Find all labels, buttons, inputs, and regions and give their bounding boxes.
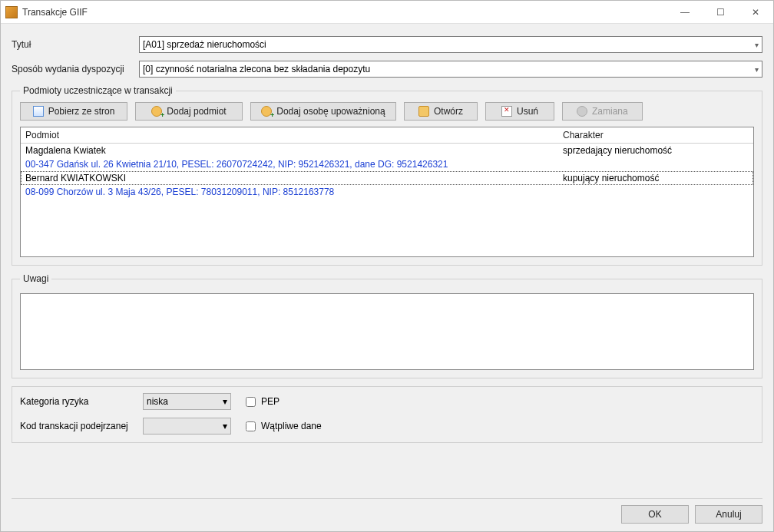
risk-category-value: niska <box>147 396 168 407</box>
titlebar: Transakcje GIIF — ☐ ✕ <box>1 1 773 24</box>
entity-name: Magdalena Kwiatek <box>21 144 558 157</box>
add-entity-button[interactable]: Dodaj podmiot <box>135 102 243 121</box>
doubtful-data-checkbox[interactable]: Wątpliwe dane <box>243 419 381 434</box>
remarks-textarea[interactable] <box>20 293 754 370</box>
chevron-down-icon: ▾ <box>755 65 759 74</box>
parties-table[interactable]: Podmiot Charakter Magdalena Kwiateksprze… <box>20 127 754 257</box>
entity-detail: 00-347 Gdańsk ul. 26 Kwietnia 21/10, PES… <box>21 157 558 171</box>
pep-checkbox[interactable]: PEP <box>243 395 381 409</box>
chevron-down-icon: ▾ <box>755 41 759 49</box>
minimize-button[interactable]: — <box>667 1 703 24</box>
table-header: Podmiot Charakter <box>21 127 753 144</box>
person-add-icon <box>261 106 272 117</box>
window: Transakcje GIIF — ☐ ✕ Tytuł [A01] sprzed… <box>0 0 774 532</box>
maximize-button[interactable]: ☐ <box>703 1 738 24</box>
chevron-down-icon: ▾ <box>223 396 227 407</box>
ok-button[interactable]: OK <box>621 505 689 524</box>
folder-open-icon <box>418 106 429 117</box>
pep-checkbox-input[interactable] <box>246 397 256 407</box>
pep-label: PEP <box>261 396 280 407</box>
parties-toolbar: Pobierz ze stron Dodaj podmiot Dodaj oso… <box>20 102 754 121</box>
fetch-from-pages-button[interactable]: Pobierz ze stron <box>20 102 127 121</box>
method-combo[interactable]: [0] czynność notarialna zlecona bez skła… <box>139 61 762 78</box>
method-combo-value: [0] czynność notarialna zlecona bez skła… <box>143 64 370 74</box>
entity-name: Bernard KWIATKOWSKI <box>21 171 558 185</box>
risk-category-select[interactable]: niska ▾ <box>143 393 231 410</box>
close-button[interactable]: ✕ <box>738 1 773 24</box>
table-row-detail[interactable]: 08-099 Chorzów ul. 3 Maja 43/26, PESEL: … <box>21 185 753 199</box>
swap-button[interactable]: Zamiana <box>562 102 643 121</box>
person-add-icon <box>151 106 162 117</box>
cancel-button[interactable]: Anuluj <box>695 505 762 524</box>
suspicious-code-select[interactable]: ▾ <box>143 418 231 435</box>
doubtful-data-label: Wątpliwe dane <box>261 421 322 431</box>
add-authorized-person-button[interactable]: Dodaj osobę upoważnioną <box>250 102 396 121</box>
col-entity[interactable]: Podmiot <box>21 127 558 143</box>
delete-icon <box>501 106 512 117</box>
risk-category-label: Kategoria ryzyka <box>20 396 143 407</box>
window-title: Transakcje GIIF <box>22 7 667 18</box>
page-icon <box>33 106 44 117</box>
title-combo[interactable]: [A01] sprzedaż nieruchomości ▾ <box>139 36 762 53</box>
title-combo-value: [A01] sprzedaż nieruchomości <box>143 39 266 50</box>
entity-role: sprzedający nieruchomość <box>558 144 753 157</box>
delete-button[interactable]: Usuń <box>485 102 554 121</box>
table-row-detail[interactable]: 00-347 Gdańsk ul. 26 Kwietnia 21/10, PES… <box>21 157 753 171</box>
remarks-group: Uwagi <box>12 273 762 378</box>
col-role[interactable]: Charakter <box>558 127 753 143</box>
window-buttons: — ☐ ✕ <box>667 1 773 24</box>
footer: OK Anuluj <box>1 499 773 531</box>
table-row[interactable]: Magdalena Kwiateksprzedający nieruchomoś… <box>21 144 753 157</box>
method-row: Sposób wydania dyspozycji [0] czynność n… <box>12 61 762 78</box>
entity-detail: 08-099 Chorzów ul. 3 Maja 43/26, PESEL: … <box>21 185 558 199</box>
risk-grid: Kategoria ryzyka niska ▾ PEP Kod transka… <box>20 393 754 435</box>
risk-group: Kategoria ryzyka niska ▾ PEP Kod transka… <box>12 386 762 443</box>
method-label: Sposób wydania dyspozycji <box>12 64 134 74</box>
open-button[interactable]: Otwórz <box>404 102 478 121</box>
doubtful-data-checkbox-input[interactable] <box>246 421 256 431</box>
table-row[interactable]: Bernard KWIATKOWSKIkupujący nieruchomość <box>21 171 753 185</box>
swap-icon <box>577 106 587 117</box>
table-body: Magdalena Kwiateksprzedający nieruchomoś… <box>21 144 753 199</box>
remarks-legend: Uwagi <box>20 273 51 284</box>
parties-legend: Podmioty uczestniczące w transakcji <box>20 85 176 96</box>
app-icon <box>5 6 18 18</box>
parties-group: Podmioty uczestniczące w transakcji Pobi… <box>12 85 762 266</box>
content: Tytuł [A01] sprzedaż nieruchomości ▾ Spo… <box>1 24 773 498</box>
title-label: Tytuł <box>12 39 134 50</box>
entity-role: kupujący nieruchomość <box>558 171 753 185</box>
title-row: Tytuł [A01] sprzedaż nieruchomości ▾ <box>12 36 762 53</box>
suspicious-code-label: Kod transkacji podejrzanej <box>20 421 143 431</box>
chevron-down-icon: ▾ <box>223 421 227 431</box>
